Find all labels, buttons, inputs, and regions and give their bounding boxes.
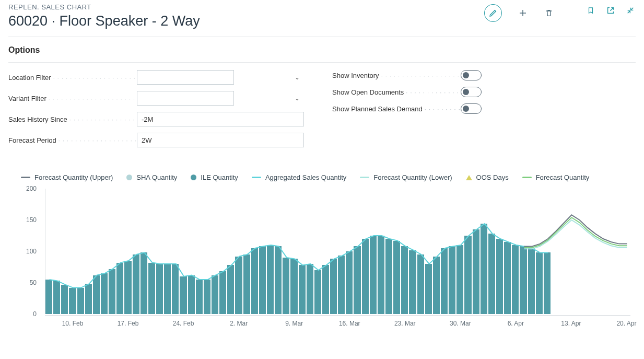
- y-tick: 50: [30, 279, 37, 286]
- legend-label: Forecast Quantity (Upper): [34, 173, 113, 181]
- x-tick: 10. Feb: [62, 320, 84, 327]
- toggle-knob: [463, 106, 469, 112]
- legend-label: Forecast Quantity: [536, 173, 590, 181]
- series-line: [524, 220, 627, 249]
- options-section-title: Options: [8, 45, 636, 55]
- location-filter-label: Location Filter: [8, 74, 137, 82]
- collapse-icon: [626, 6, 635, 15]
- legend-aggregated-sales: Aggregated Sales Quantity: [252, 173, 346, 181]
- edit-button[interactable]: [484, 4, 502, 22]
- popout-button[interactable]: [605, 5, 616, 16]
- divider: [8, 37, 636, 37]
- toggle-knob: [463, 89, 469, 95]
- sales-history-since-label: Sales History Since: [8, 115, 137, 123]
- legend-label: SHA Quantity: [136, 173, 177, 181]
- x-tick: 17. Feb: [118, 320, 139, 327]
- show-inventory-toggle[interactable]: [461, 70, 482, 80]
- location-filter-select[interactable]: [137, 70, 234, 85]
- trash-icon: [545, 8, 553, 18]
- legend-forecast-quantity: Forecast Quantity: [522, 173, 590, 181]
- y-tick: 150: [26, 216, 37, 224]
- legend-ile-quantity: ILE Quantity: [191, 173, 238, 181]
- chevron-down-icon: ⌄: [295, 95, 300, 102]
- sales-history-since-input[interactable]: [137, 112, 304, 126]
- toggle-knob: [463, 72, 469, 78]
- legend-swatch: [126, 175, 132, 180]
- x-tick: 24. Feb: [173, 320, 194, 327]
- forecast-period-input[interactable]: [137, 133, 304, 147]
- x-tick: 16. Mar: [339, 320, 360, 327]
- breadcrumb: REPLEN. SALES CHART: [8, 3, 484, 11]
- show-planned-sales-demand-toggle[interactable]: [461, 103, 482, 114]
- legend-label: OOS Days: [476, 173, 509, 181]
- legend-swatch: [466, 175, 472, 180]
- y-tick: 0: [33, 310, 37, 318]
- page-title: 60020 · Floor Speaker - 2 Way: [8, 13, 484, 29]
- series-line: [50, 224, 548, 287]
- legend-label: Forecast Quantity (Lower): [373, 173, 452, 181]
- variant-filter-select[interactable]: [137, 91, 234, 106]
- chevron-down-icon: ⌄: [295, 74, 300, 81]
- bookmark-button[interactable]: [586, 5, 596, 16]
- sales-chart: 050100150200 10. Feb17. Feb24. Feb2. Mar…: [21, 189, 630, 330]
- legend-forecast-lower: Forecast Quantity (Lower): [360, 173, 452, 181]
- x-tick: 23. Mar: [394, 320, 416, 327]
- x-tick: 9. Mar: [285, 320, 303, 327]
- plot-area: [45, 189, 630, 314]
- legend-sha-quantity: SHA Quantity: [126, 173, 177, 181]
- legend-label: Aggregated Sales Quantity: [265, 173, 346, 181]
- legend-forecast-upper: Forecast Quantity (Upper): [21, 173, 113, 181]
- show-inventory-label: Show Inventory: [332, 72, 461, 79]
- variant-filter-label: Variant Filter: [8, 95, 137, 102]
- delete-button[interactable]: [544, 8, 554, 18]
- show-planned-sales-demand-label: Show Planned Sales Demand: [332, 105, 461, 113]
- show-open-documents-toggle[interactable]: [461, 87, 482, 97]
- legend-swatch: [252, 177, 261, 178]
- forecast-period-label: Forecast Period: [8, 136, 137, 144]
- legend-label: ILE Quantity: [201, 173, 238, 181]
- x-tick: 20. Apr: [616, 320, 636, 327]
- show-open-documents-label: Show Open Documents: [332, 88, 461, 96]
- legend-swatch: [21, 177, 30, 178]
- y-tick: 200: [26, 185, 37, 192]
- legend-swatch: [191, 175, 196, 180]
- x-tick: 30. Mar: [450, 320, 471, 327]
- x-tick: 6. Apr: [508, 320, 524, 327]
- legend-swatch: [360, 177, 369, 178]
- popout-icon: [606, 6, 615, 15]
- plus-icon: [518, 8, 528, 18]
- lines-layer: [45, 189, 630, 314]
- legend-oos-days: OOS Days: [466, 173, 509, 181]
- bookmark-icon: [587, 6, 594, 15]
- y-tick: 100: [26, 248, 37, 255]
- collapse-button[interactable]: [625, 5, 636, 16]
- x-tick: 13. Apr: [561, 320, 581, 327]
- pencil-icon: [489, 9, 497, 17]
- new-button[interactable]: [518, 8, 528, 18]
- x-axis: 10. Feb17. Feb24. Feb2. Mar9. Mar16. Mar…: [45, 315, 630, 330]
- y-axis: 050100150200: [21, 189, 40, 314]
- legend-swatch: [522, 177, 532, 178]
- chart-legend: Forecast Quantity (Upper) SHA Quantity I…: [21, 173, 636, 181]
- x-tick: 2. Mar: [230, 320, 248, 327]
